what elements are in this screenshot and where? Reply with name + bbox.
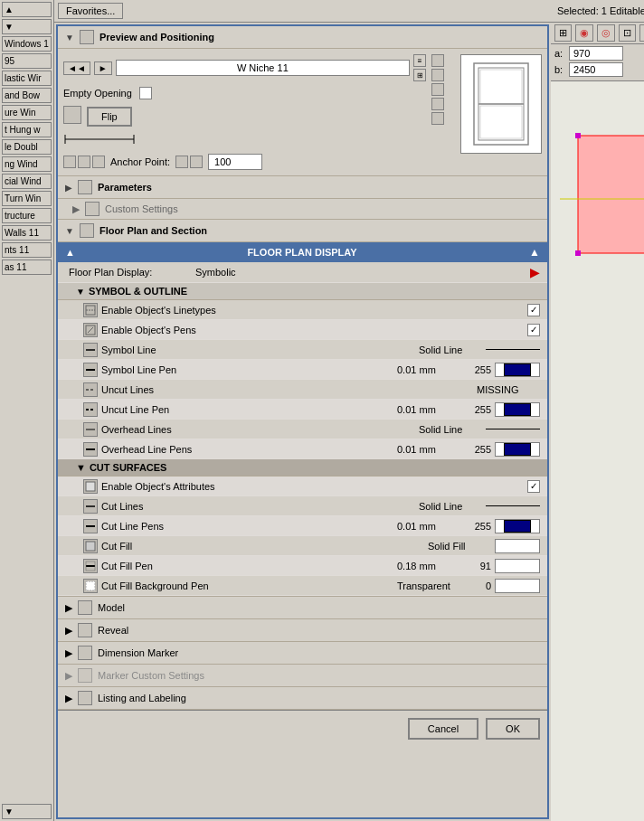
flip-button[interactable]: Flip (87, 107, 132, 127)
element-name: W Niche 11 (116, 60, 410, 76)
fp-navy-overhead-pens (504, 443, 531, 456)
fp-check-enable-attrs[interactable]: ✓ (527, 480, 540, 493)
rt-btn-2[interactable]: ◉ (575, 24, 593, 42)
sidebar-item-walls11[interactable]: Walls 11 (2, 225, 52, 241)
fp-label-symbol-line: Symbol Line (101, 344, 415, 355)
cut-fill-bg-svg (85, 580, 96, 591)
fp-label-cut-lines: Cut Lines (101, 501, 415, 512)
sidebar-item-as11[interactable]: as 11 (2, 260, 52, 275)
anchor-dot-3 (92, 156, 105, 168)
view-icon-5[interactable] (431, 112, 444, 125)
fp-label-cut-fill: Cut Fill (101, 541, 424, 552)
sidebar-item-95[interactable]: 95 (2, 53, 52, 69)
listing-header[interactable]: ▶ Listing and Labeling (58, 687, 547, 709)
fp-row-enable-linetypes: Enable Object's Linetypes ✓ (58, 300, 547, 320)
sidebar-item-turn[interactable]: Turn Win (2, 191, 52, 206)
fp-num-cut-pens: 255 (464, 521, 491, 532)
left-sidebar: ▲ ▼ Windows 1 95 lastic Wir and Bow ure … (0, 0, 54, 821)
symbol-outline-header[interactable]: ▼ SYMBOL & OUTLINE (58, 283, 547, 300)
ok-button[interactable]: OK (486, 718, 540, 740)
sidebar-item-nts11[interactable]: nts 11 (2, 242, 52, 258)
sidebar-arrow-down[interactable]: ▼ (2, 19, 52, 34)
reveal-icon (78, 623, 92, 637)
view-icon-3[interactable] (431, 83, 444, 96)
fp-num-cut-fill-bg: 0 (464, 580, 491, 591)
fp-check-linetypes[interactable]: ✓ (527, 304, 540, 316)
prev-button[interactable]: ◄◄ (63, 61, 90, 75)
fp-color-cut-fill-pen[interactable] (495, 559, 540, 573)
fp-color-uncut-pen[interactable] (495, 402, 540, 417)
coord-b-input[interactable]: 2450 (569, 62, 623, 77)
fp-icon-overhead (83, 422, 98, 437)
sidebar-item-plastic[interactable]: lastic Wir (2, 71, 52, 86)
fp-line-sample-symbol (486, 349, 540, 350)
fp-color-cut-fill[interactable] (495, 539, 540, 553)
svg-rect-29 (575, 133, 581, 138)
reveal-header[interactable]: ▶ Reveal (58, 619, 547, 641)
next-button[interactable]: ► (94, 61, 112, 75)
sidebar-arrow-up[interactable]: ▲ (2, 2, 52, 17)
coord-a-input[interactable]: 970 (569, 46, 623, 61)
fp-row-cut-line-pens: Cut Line Pens 0.01 mm 255 (58, 516, 547, 536)
symbol-outline-label: SYMBOL & OUTLINE (89, 286, 187, 297)
fp-color-symbol-pen[interactable] (495, 363, 540, 377)
sidebar-item-wind[interactable]: ng Wind (2, 156, 52, 172)
sidebar-item-structure[interactable]: tructure (2, 208, 52, 223)
model-header[interactable]: ▶ Model (58, 597, 547, 618)
svg-rect-21 (86, 542, 95, 551)
fp-row-symbol-line-pen: Symbol Line Pen 0.01 mm 255 (58, 360, 547, 380)
cancel-button[interactable]: Cancel (408, 718, 478, 740)
fp-check-pens[interactable]: ✓ (527, 324, 540, 336)
top-toolbar: Favorites... Selected: 1 Editable: 1 (54, 0, 644, 23)
fp-label-uncut-pen: Uncut Line Pen (101, 404, 393, 415)
fp-val-overhead: Solid Line (419, 424, 482, 435)
sidebar-item-ure[interactable]: ure Win (2, 105, 52, 120)
fp-navy-cut-pens (504, 520, 531, 533)
view-icon-2[interactable] (431, 69, 444, 81)
sidebar-item-bow[interactable]: and Bow (2, 88, 52, 103)
parameters-header[interactable]: ▶ Parameters (58, 176, 547, 199)
rt-btn-4[interactable]: ⊡ (619, 24, 636, 42)
fp-navy-uncut-pen (504, 403, 531, 416)
fp-row-enable-pens: Enable Object's Pens ✓ (58, 320, 547, 340)
rt-btn-3[interactable]: ◎ (597, 24, 615, 42)
dimension-header[interactable]: ▶ Dimension Marker (58, 642, 547, 664)
rt-btn-5[interactable]: ⊟ (639, 24, 644, 42)
custom-settings-header[interactable]: ▶ Custom Settings (58, 199, 547, 219)
anchor-value-input[interactable]: 100 (208, 154, 262, 170)
preview-section-header[interactable]: ▼ Preview and Positioning (58, 26, 547, 49)
fp-val-cut-pens: 0.01 mm (397, 521, 460, 532)
sidebar-scroll-down[interactable]: ▼ (2, 804, 52, 819)
info-btn-2[interactable]: ⊞ (413, 69, 426, 81)
symbol-pen-svg (85, 364, 96, 375)
canvas-svg (551, 81, 644, 821)
view-icon-4[interactable] (431, 98, 444, 110)
marker-header[interactable]: ▶ Marker Custom Settings (58, 665, 547, 686)
info-btn-1[interactable]: ≡ (413, 54, 426, 67)
empty-opening-checkbox[interactable] (139, 87, 152, 99)
fp-row-overhead-pens: Overhead Line Pens 0.01 mm 255 (58, 439, 547, 459)
fp-color-overhead-pens[interactable] (495, 442, 540, 457)
view-icon-1[interactable] (431, 54, 444, 67)
floor-plan-header[interactable]: ▼ Floor Plan and Section (58, 220, 547, 242)
sidebar-item-double[interactable]: le Doubl (2, 139, 52, 155)
sidebar-item-cial[interactable]: cial Wind (2, 174, 52, 189)
fp-color-cut-fill-bg[interactable] (495, 579, 540, 593)
anchor-icon-2 (190, 156, 203, 168)
fp-color-cut-pens[interactable] (495, 519, 540, 533)
preview-content: ◄◄ ► W Niche 11 ≡ ⊞ Empty Opening (58, 49, 547, 176)
anchor-dot-1 (63, 156, 76, 168)
model-icon (78, 600, 92, 615)
sidebar-item-windows1[interactable]: Windows 1 (2, 36, 52, 52)
model-section: ▶ Model (58, 597, 547, 619)
marker-label: Marker Custom Settings (98, 670, 204, 681)
rt-btn-1[interactable]: ⊞ (554, 24, 572, 42)
fp-icon-enable-attrs (83, 479, 98, 494)
coord-row-b: b: 2450 (554, 62, 644, 77)
fp-display-header[interactable]: ▲ FLOOR PLAN DISPLAY ▲ (58, 242, 547, 262)
cut-surfaces-header[interactable]: ▼ CUT SURFACES (58, 459, 547, 477)
favorites-button[interactable]: Favorites... (58, 3, 123, 19)
fp-icon (80, 223, 94, 238)
sidebar-item-hung[interactable]: t Hung w (2, 122, 52, 137)
fp-icon-overhead-pens (83, 442, 98, 457)
